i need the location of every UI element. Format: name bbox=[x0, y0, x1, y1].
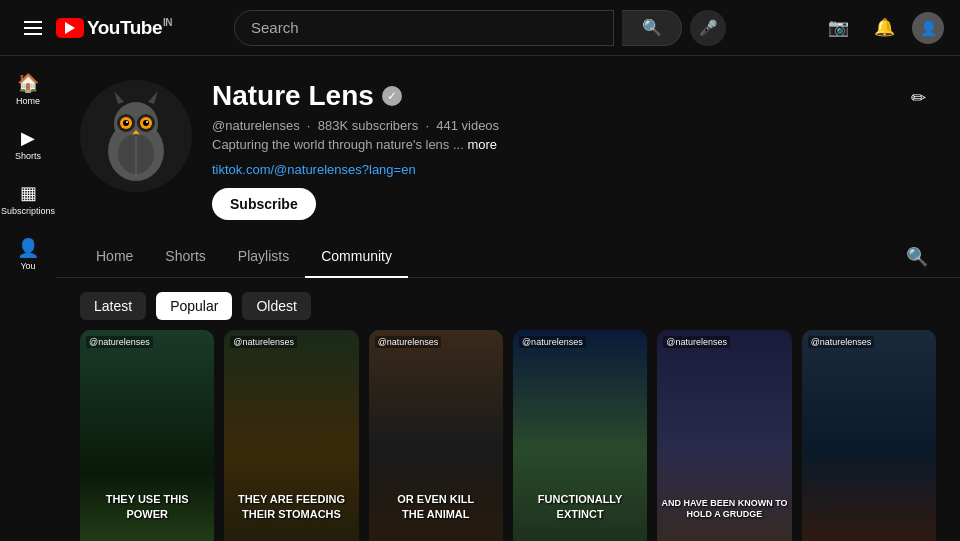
tab-playlists[interactable]: Playlists bbox=[222, 236, 305, 278]
hamburger-icon[interactable] bbox=[16, 13, 50, 43]
thumb-text-4: FunctionallyExtinct bbox=[538, 492, 623, 521]
verified-badge: ✓ bbox=[382, 86, 402, 106]
sidebar-item-shorts[interactable]: ▶ Shorts bbox=[0, 119, 56, 170]
channel-name: Nature Lens bbox=[212, 80, 374, 112]
sidebar-item-home[interactable]: 🏠 Home bbox=[0, 64, 56, 115]
subscribe-button[interactable]: Subscribe bbox=[212, 188, 316, 220]
thumb-text-1: THEY USE THISPOWER bbox=[106, 492, 189, 521]
youtube-logo-icon bbox=[56, 18, 84, 38]
tab-shorts[interactable]: Shorts bbox=[149, 236, 221, 278]
main-content: Nature Lens ✓ @naturelenses · 883K subsc… bbox=[56, 56, 960, 541]
tab-home[interactable]: Home bbox=[80, 236, 149, 278]
nav-right: 📷 🔔 👤 bbox=[804, 10, 944, 46]
filter-oldest[interactable]: Oldest bbox=[242, 292, 310, 320]
owl-avatar-svg bbox=[86, 86, 186, 186]
channel-name-row: Nature Lens ✓ bbox=[212, 80, 880, 112]
thumb-handle-2: @naturelenses bbox=[230, 336, 297, 348]
thumb-handle-6: @naturelenses bbox=[808, 336, 875, 348]
channel-tabs: Home Shorts Playlists Community 🔍 bbox=[56, 236, 960, 278]
thumb-handle-1: @naturelenses bbox=[86, 336, 153, 348]
video-card-3[interactable]: @naturelenses OR EVEN KILLTHE ANIMAL Ani… bbox=[369, 330, 503, 541]
nav-left: YouTubeIN bbox=[16, 13, 156, 43]
video-thumb-6: @naturelenses bbox=[802, 330, 936, 541]
svg-point-10 bbox=[143, 120, 149, 126]
thumb-text-2: THEY ARE FEEDINGTHEIR STOMACHS bbox=[238, 492, 345, 521]
channel-link[interactable]: tiktok.com/@naturelenses?lang=en bbox=[212, 162, 416, 177]
channel-info-row: Nature Lens ✓ @naturelenses · 883K subsc… bbox=[80, 80, 936, 220]
video-card-5[interactable]: @naturelenses and have been known toHold… bbox=[657, 330, 791, 541]
svg-point-9 bbox=[123, 120, 129, 126]
sidebar-shorts-label: Shorts bbox=[15, 152, 41, 162]
video-card-1[interactable]: @naturelenses THEY USE THISPOWER Why You… bbox=[80, 330, 214, 541]
video-thumb-1: @naturelenses THEY USE THISPOWER bbox=[80, 330, 214, 541]
description-more[interactable]: more bbox=[467, 137, 497, 152]
search-icon: 🔍 bbox=[642, 18, 662, 37]
you-icon: 👤 bbox=[17, 237, 39, 259]
avatar-image: 👤 bbox=[920, 20, 937, 36]
sidebar: 🏠 Home ▶ Shorts ▦ Subscriptions 👤 You bbox=[0, 56, 56, 541]
youtube-logo[interactable]: YouTubeIN bbox=[56, 17, 172, 39]
notifications-button[interactable]: 🔔 bbox=[866, 10, 902, 46]
mic-button[interactable]: 🎤 bbox=[690, 10, 726, 46]
channel-banner-area: Nature Lens ✓ @naturelenses · 883K subsc… bbox=[56, 56, 960, 220]
main-layout: 🏠 Home ▶ Shorts ▦ Subscriptions 👤 You bbox=[0, 56, 960, 541]
home-icon: 🏠 bbox=[17, 72, 39, 94]
sidebar-item-subscriptions[interactable]: ▦ Subscriptions bbox=[0, 174, 56, 225]
svg-point-11 bbox=[126, 121, 128, 123]
create-button[interactable]: 📷 bbox=[820, 10, 856, 46]
video-grid: @naturelenses THEY USE THISPOWER Why You… bbox=[56, 330, 960, 541]
sidebar-home-label: Home bbox=[16, 97, 40, 107]
video-thumb-3: @naturelenses OR EVEN KILLTHE ANIMAL bbox=[369, 330, 503, 541]
edit-button[interactable]: ✏ bbox=[900, 80, 936, 116]
tab-search-icon[interactable]: 🔍 bbox=[898, 238, 936, 276]
search-bar bbox=[234, 10, 614, 46]
channel-description: Capturing the world through nature's len… bbox=[212, 137, 880, 152]
search-button[interactable]: 🔍 bbox=[622, 10, 682, 46]
subscriptions-icon: ▦ bbox=[20, 182, 37, 204]
channel-details: Nature Lens ✓ @naturelenses · 883K subsc… bbox=[212, 80, 880, 220]
video-thumb-5: @naturelenses and have been known toHold… bbox=[657, 330, 791, 541]
nav-center: 🔍 🎤 bbox=[156, 10, 804, 46]
filter-popular[interactable]: Popular bbox=[156, 292, 232, 320]
channel-handle: @naturelenses · 883K subscribers · 441 v… bbox=[212, 118, 880, 133]
notifications-icon: 🔔 bbox=[874, 17, 895, 38]
video-thumb-4: @naturelenses FunctionallyExtinct bbox=[513, 330, 647, 541]
video-thumb-2: @naturelenses THEY ARE FEEDINGTHEIR STOM… bbox=[224, 330, 358, 541]
user-avatar[interactable]: 👤 bbox=[912, 12, 944, 44]
video-card-4[interactable]: @naturelenses FunctionallyExtinct The Lo… bbox=[513, 330, 647, 541]
video-card-6[interactable]: @naturelenses Giant River Otter | Nature… bbox=[802, 330, 936, 541]
thumb-text-3: OR EVEN KILLTHE ANIMAL bbox=[397, 492, 474, 521]
shorts-icon: ▶ bbox=[21, 127, 35, 149]
search-input[interactable] bbox=[235, 19, 613, 36]
create-icon: 📷 bbox=[828, 17, 849, 38]
thumb-handle-4: @naturelenses bbox=[519, 336, 586, 348]
tab-community[interactable]: Community bbox=[305, 236, 408, 278]
svg-point-12 bbox=[146, 121, 148, 123]
video-card-2[interactable]: @naturelenses THEY ARE FEEDINGTHEIR STOM… bbox=[224, 330, 358, 541]
mic-icon: 🎤 bbox=[699, 19, 718, 37]
filter-row: Latest Popular Oldest bbox=[56, 278, 960, 330]
thumb-handle-3: @naturelenses bbox=[375, 336, 442, 348]
sidebar-item-you[interactable]: 👤 You bbox=[0, 229, 56, 280]
sidebar-subscriptions-label: Subscriptions bbox=[1, 207, 55, 217]
channel-avatar bbox=[80, 80, 192, 192]
thumb-text-5: and have been known toHold a Grudge bbox=[661, 498, 787, 521]
thumb-handle-5: @naturelenses bbox=[663, 336, 730, 348]
sidebar-you-label: You bbox=[20, 262, 35, 272]
top-nav: YouTubeIN 🔍 🎤 📷 🔔 👤 bbox=[0, 0, 960, 56]
filter-latest[interactable]: Latest bbox=[80, 292, 146, 320]
